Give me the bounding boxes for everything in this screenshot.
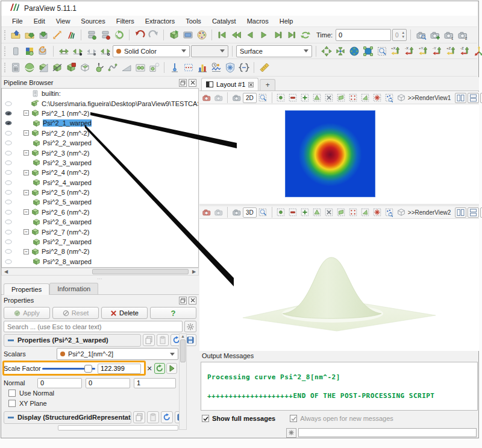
sel-star-icon[interactable] [372, 92, 383, 104]
sel-red-dash-icon[interactable] [287, 92, 299, 104]
renderview1-canvas[interactable] [199, 104, 479, 204]
tree-expander[interactable]: − [23, 130, 29, 136]
representation-combo[interactable]: Surface [236, 45, 312, 57]
split-horizontal-button[interactable] [455, 207, 466, 218]
new-layout-tab-button[interactable]: + [260, 79, 275, 90]
sel-red-dash-icon[interactable] [287, 207, 299, 218]
view-name-label[interactable]: >>RenderView1 [408, 95, 451, 101]
vcr-icon[interactable] [9, 45, 22, 57]
visibility-eye-icon[interactable] [2, 159, 15, 167]
menu-item-file[interactable]: File [7, 17, 28, 25]
cam-red-icon[interactable] [201, 207, 212, 218]
save-data-icon[interactable] [37, 29, 49, 42]
menu-item-extractors[interactable]: Extractors [140, 17, 180, 25]
split-vertical-button[interactable] [468, 93, 479, 103]
frame-spinner[interactable]: 0▲▼ [392, 29, 407, 41]
visibility-eye-icon[interactable] [2, 228, 15, 236]
sel-arrow-icon[interactable] [360, 92, 371, 104]
camera-mode-toggle[interactable]: 2D [243, 93, 257, 103]
pipeline-item[interactable]: −Psi^2_4 (nm^-2) [2, 168, 198, 177]
delete-button[interactable]: Delete [101, 307, 148, 319]
component-combo[interactable] [191, 45, 228, 57]
sel-tri-icon[interactable] [311, 207, 323, 218]
color-map-icon[interactable] [23, 45, 36, 57]
scroll-right-icon[interactable]: ▶ [190, 269, 198, 274]
cam-gray-icon[interactable] [213, 92, 224, 104]
toolbar-handle[interactable] [4, 46, 6, 56]
tree-expander[interactable]: − [23, 170, 29, 175]
histogram-icon[interactable] [196, 62, 208, 74]
pipeline-item[interactable]: Psi^2_7_warped [2, 237, 198, 247]
plot-time-icon[interactable] [210, 62, 222, 74]
scrollbar-thumb[interactable] [92, 269, 189, 274]
pipeline-item-label[interactable]: Psi^2_7_warped [43, 238, 92, 245]
redo-icon[interactable] [147, 29, 160, 42]
pipeline-item-label[interactable]: Psi^2_8 (nm^-2) [42, 248, 89, 255]
sel-red-pts-icon[interactable] [348, 92, 359, 104]
normal-y-input[interactable] [86, 378, 130, 388]
scalars-combo[interactable]: Psi^2_1[nm^-2] [57, 348, 178, 360]
restore-display-button[interactable] [161, 411, 173, 423]
pb-first-icon[interactable] [216, 29, 228, 42]
spinner-arrows-icon[interactable]: ▲▼ [401, 31, 405, 39]
pipeline-item[interactable]: −Psi^2_3 (nm^-2) [2, 148, 198, 157]
visibility-eye-icon[interactable] [2, 129, 15, 137]
pipeline-item[interactable]: Psi^2_2_warped [2, 138, 198, 148]
cam-add-icon[interactable] [428, 29, 441, 42]
ax-1-icon[interactable]: -X [403, 45, 416, 57]
reset-session-icon[interactable] [113, 29, 125, 42]
properties-float-button[interactable] [179, 297, 187, 304]
layout-tab[interactable]: Layout #1 [201, 78, 258, 90]
pipeline-item-label[interactable]: Psi^2_2 (nm^-2) [42, 130, 89, 137]
screenshot-icon[interactable] [181, 29, 194, 42]
search-input[interactable] [4, 321, 183, 332]
xy-plane-checkbox[interactable] [8, 400, 16, 407]
cam-gray-icon[interactable] [213, 207, 224, 218]
sel-quad-icon[interactable] [336, 92, 347, 104]
cube-gray-icon[interactable] [396, 92, 407, 104]
scroll-left-icon[interactable]: ◀ [2, 269, 10, 274]
screenshot2-icon[interactable] [231, 92, 242, 104]
pipeline-item-label[interactable]: Psi^2_6 (nm^-2) [42, 209, 89, 216]
menu-item-edit[interactable]: Edit [29, 17, 50, 25]
scale-factor-slider[interactable] [42, 364, 95, 373]
tripod-icon[interactable] [472, 45, 482, 57]
reset-button[interactable]: Reset [52, 307, 99, 319]
ruler-icon[interactable] [258, 62, 271, 74]
ax-5-icon[interactable]: -Z [459, 45, 471, 57]
pb-prev-icon[interactable] [243, 29, 256, 42]
pipeline-item-label[interactable]: Psi^2_4 (nm^-2) [42, 169, 89, 176]
visibility-eye-icon[interactable] [2, 109, 15, 118]
visibility-eye-icon[interactable] [2, 198, 15, 206]
search-options-button[interactable] [184, 321, 196, 332]
rescale-play-button[interactable] [166, 363, 177, 374]
sel-plus-icon[interactable] [299, 207, 311, 218]
properties-close-button[interactable] [189, 297, 196, 304]
toolbar-handle[interactable] [4, 30, 6, 40]
panel-splitter[interactable]: ⋯ [1, 276, 199, 282]
python-view-icon[interactable] [224, 62, 236, 74]
zoom-box-icon[interactable] [362, 45, 374, 57]
camera-mode-toggle[interactable]: 3D [243, 207, 257, 218]
ax-0-icon[interactable]: +X [389, 45, 402, 57]
pb-play-icon[interactable] [257, 29, 270, 42]
ax-4-icon[interactable]: +Z [445, 45, 457, 57]
time-2-icon[interactable] [71, 45, 84, 57]
pb-loop-icon[interactable] [299, 29, 311, 42]
normal-x-input[interactable] [37, 378, 82, 388]
tree-expander[interactable]: − [23, 209, 29, 215]
visibility-eye-icon[interactable] [2, 99, 15, 108]
pb-back-icon[interactable] [230, 29, 242, 42]
sel-blue-icon[interactable] [384, 207, 395, 218]
pipeline-item-label[interactable]: Psi^2_6_warped [43, 218, 92, 226]
pipeline-item-label[interactable]: Psi^2_1_warped [43, 119, 92, 127]
pipeline-item-label[interactable]: Psi^2_3 (nm^-2) [42, 150, 89, 157]
time-1-icon[interactable] [57, 45, 70, 57]
sel-x-icon[interactable] [324, 207, 335, 218]
scroll-up-icon[interactable]: ▲ [180, 334, 186, 338]
menu-item-tools[interactable]: Tools [181, 17, 206, 25]
sel-green-dot-icon[interactable] [275, 207, 287, 218]
tab-information[interactable]: Information [49, 283, 98, 294]
select-zoom2-icon[interactable] [257, 92, 269, 104]
cam-zoom-icon[interactable] [415, 29, 427, 42]
